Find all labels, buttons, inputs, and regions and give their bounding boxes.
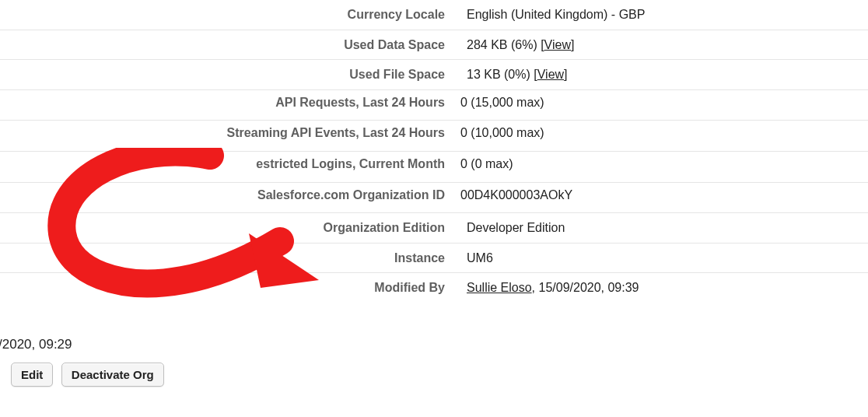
row-api-requests: API Requests, Last 24 Hours 0 (15,000 ma… [0, 89, 868, 121]
row-used-file-space: Used File Space 13 KB (0%) [View] [0, 60, 868, 90]
value-instance: UM6 [453, 243, 868, 273]
used-data-space-text: 284 KB (6%) [467, 38, 541, 51]
value-currency-locale: English (United Kingdom) - GBP [453, 0, 868, 30]
label-api-requests: API Requests, Last 24 Hours [0, 89, 453, 121]
label-instance: Instance [0, 243, 453, 273]
label-org-id: Salesforce.com Organization ID [0, 182, 453, 213]
row-instance: Instance UM6 [0, 243, 868, 273]
label-streaming-events: Streaming API Events, Last 24 Hours [0, 121, 453, 152]
row-currency-locale: Currency Locale English (United Kingdom)… [0, 0, 868, 30]
label-modified-by: Modified By [0, 273, 453, 303]
value-used-file-space: 13 KB (0%) [View] [453, 60, 868, 90]
used-file-space-text: 13 KB (0%) [467, 68, 534, 81]
row-streaming-events: Streaming API Events, Last 24 Hours 0 (1… [0, 121, 868, 152]
modified-by-tail: , 15/09/2020, 09:39 [532, 281, 639, 294]
row-restricted-logins: estricted Logins, Current Month 0 (0 max… [0, 151, 868, 182]
left-partial-timestamp: /2020, 09:29 [0, 337, 72, 352]
label-currency-locale: Currency Locale [0, 0, 453, 30]
label-used-data-space: Used Data Space [0, 30, 453, 60]
org-detail-page: Currency Locale English (United Kingdom)… [0, 0, 868, 417]
edit-button[interactable]: Edit [11, 363, 53, 387]
value-api-requests: 0 (15,000 max) [453, 89, 868, 121]
label-used-file-space: Used File Space [0, 60, 453, 90]
org-detail-table: Currency Locale English (United Kingdom)… [0, 0, 868, 303]
row-edition: Organization Edition Developer Edition [0, 213, 868, 244]
action-button-row: Edit Deactivate Org [11, 363, 169, 387]
view-data-space-link[interactable]: View [544, 38, 571, 51]
value-org-id: 00D4K000003AOkY [453, 182, 868, 213]
value-modified-by: Sullie Eloso, 15/09/2020, 09:39 [453, 273, 868, 303]
value-used-data-space: 284 KB (6%) [View] [453, 30, 868, 60]
row-used-data-space: Used Data Space 284 KB (6%) [View] [0, 30, 868, 60]
value-streaming-events: 0 (10,000 max) [453, 121, 868, 152]
value-edition: Developer Edition [453, 213, 868, 244]
row-modified-by: Modified By Sullie Eloso, 15/09/2020, 09… [0, 273, 868, 303]
deactivate-org-button[interactable]: Deactivate Org [61, 363, 164, 387]
label-restricted-logins: estricted Logins, Current Month [0, 151, 453, 182]
modified-by-user-link[interactable]: Sullie Eloso [467, 281, 532, 294]
value-restricted-logins: 0 (0 max) [453, 151, 868, 182]
label-edition: Organization Edition [0, 213, 453, 244]
view-file-space-link[interactable]: View [537, 68, 564, 81]
row-org-id: Salesforce.com Organization ID 00D4K0000… [0, 182, 868, 213]
